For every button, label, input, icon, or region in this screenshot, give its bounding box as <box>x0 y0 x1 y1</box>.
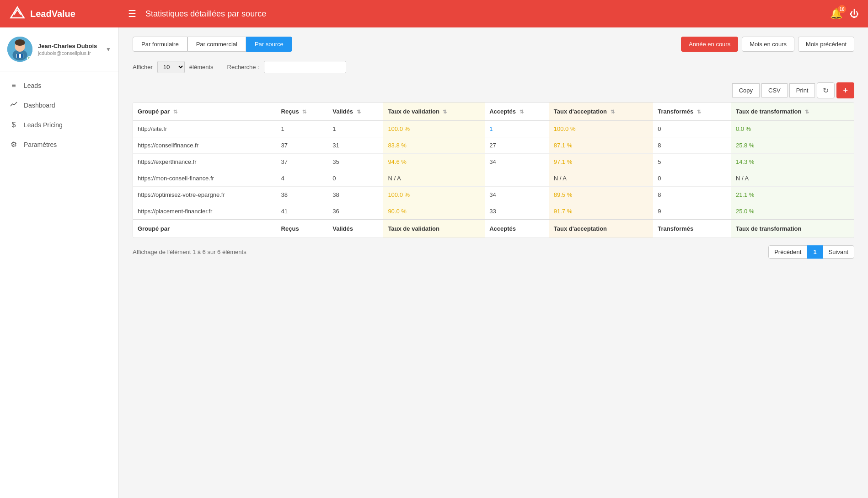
sort-taux-validation[interactable]: ⇅ <box>443 109 447 114</box>
table-row: http://site.fr 1 1 100.0 % 1 100.0 % 0 0… <box>133 121 854 137</box>
footer-taux-validation: Taux de validation <box>383 220 485 238</box>
col-header-taux-validation: Taux de validation ⇅ <box>383 103 485 121</box>
sort-acceptes[interactable]: ⇅ <box>520 109 524 114</box>
cell-taux-acceptance: 97.1 % <box>549 154 654 170</box>
col-header-recus: Reçus ⇅ <box>277 103 328 121</box>
table-header-row: Groupé par ⇅ Reçus ⇅ Validés ⇅ Taux de <box>133 103 854 121</box>
sort-taux-transformation[interactable]: ⇅ <box>805 109 809 114</box>
notification-badge: 10 <box>838 5 846 13</box>
table-row: https://expertfinance.fr 37 35 94.6 % 34… <box>133 154 854 170</box>
cell-transformes: 9 <box>653 203 731 220</box>
next-page-button[interactable]: Suivant <box>823 245 854 259</box>
cell-transformes: 0 <box>653 121 731 137</box>
table-row: https://placement-financier.fr 41 36 90.… <box>133 203 854 220</box>
cell-valides: 31 <box>328 137 383 154</box>
svg-marker-0 <box>11 7 24 18</box>
search-input[interactable] <box>264 61 346 73</box>
cell-taux-transformation: 25.0 % <box>731 203 854 220</box>
cell-taux-acceptance: N / A <box>549 170 654 187</box>
show-row: Afficher 10 25 50 100 éléments Recherche… <box>133 61 854 73</box>
sidebar-item-leads-label: Leads <box>24 82 41 89</box>
refresh-button[interactable]: ↻ <box>817 82 835 98</box>
top-header: LeadValue ☰ Statistiques détaillées par … <box>0 0 868 27</box>
cell-taux-transformation: 25.8 % <box>731 137 854 154</box>
filter-par-commercial[interactable]: Par commercial <box>188 37 246 52</box>
col-header-taux-acceptance: Taux d'acceptation ⇅ <box>549 103 654 121</box>
cell-transformes: 8 <box>653 187 731 203</box>
cell-group: https://optimisez-votre-epargne.fr <box>133 187 277 203</box>
cell-taux-validation: 83.8 % <box>383 137 485 154</box>
cell-group: http://site.fr <box>133 121 277 137</box>
footer-taux-transformation: Taux de transformation <box>731 220 854 238</box>
sort-group[interactable]: ⇅ <box>173 109 177 114</box>
csv-button[interactable]: CSV <box>761 83 788 97</box>
cell-transformes: 5 <box>653 154 731 170</box>
footer-recus: Reçus <box>277 220 328 238</box>
col-header-taux-transformation: Taux de transformation ⇅ <box>731 103 854 121</box>
page-title: Statistiques détaillées par source <box>145 9 830 19</box>
col-header-group: Groupé par ⇅ <box>133 103 277 121</box>
cell-group: https://expertfinance.fr <box>133 154 277 170</box>
user-section: Jean-Charles Dubois jcdubois@conseilplus… <box>0 27 118 71</box>
cell-taux-transformation: 21.1 % <box>731 187 854 203</box>
user-dropdown-arrow[interactable]: ▼ <box>106 46 111 53</box>
sidebar-item-parametres-label: Paramètres <box>24 141 57 148</box>
avatar <box>7 37 32 62</box>
period-annee[interactable]: Année en cours <box>681 37 738 52</box>
cell-taux-transformation: 0.0 % <box>731 121 854 137</box>
logo-icon <box>9 5 26 22</box>
cell-taux-validation: 100.0 % <box>383 121 485 137</box>
period-mois-precedent[interactable]: Mois précédent <box>798 37 854 52</box>
logo-text: LeadValue <box>30 9 75 19</box>
sort-recus[interactable]: ⇅ <box>302 109 306 114</box>
pagination-info: Affichage de l'élément 1 à 6 sur 6 éléme… <box>133 249 246 255</box>
sidebar-item-parametres[interactable]: ⚙ Paramètres <box>0 135 118 154</box>
col-header-acceptes: Acceptés ⇅ <box>485 103 549 121</box>
notification-bell[interactable]: 🔔 10 <box>830 8 842 20</box>
table-body: http://site.fr 1 1 100.0 % 1 100.0 % 0 0… <box>133 121 854 220</box>
cell-recus: 38 <box>277 187 328 203</box>
current-page: 1 <box>807 245 822 259</box>
power-icon[interactable]: ⏻ <box>850 9 859 19</box>
sort-transformes[interactable]: ⇅ <box>697 109 701 114</box>
cell-group: https://mon-conseil-finance.fr <box>133 170 277 187</box>
svg-rect-9 <box>21 54 23 58</box>
filter-bar: Par formulaire Par commercial Par source… <box>133 37 854 52</box>
print-button[interactable]: Print <box>789 83 815 97</box>
add-button[interactable]: + <box>836 82 854 98</box>
cell-recus: 37 <box>277 154 328 170</box>
cell-acceptes: 33 <box>485 203 549 220</box>
data-table-wrapper: Groupé par ⇅ Reçus ⇅ Validés ⇅ Taux de <box>133 102 854 238</box>
svg-rect-8 <box>17 54 19 58</box>
cell-taux-transformation: 14.3 % <box>731 154 854 170</box>
cell-taux-validation: N / A <box>383 170 485 187</box>
sort-taux-acceptance[interactable]: ⇅ <box>611 109 615 114</box>
sort-valides[interactable]: ⇅ <box>357 109 361 114</box>
header-icons: 🔔 10 ⏻ <box>830 8 859 20</box>
list-icon: ≡ <box>9 81 18 90</box>
cell-taux-validation: 100.0 % <box>383 187 485 203</box>
cell-taux-acceptance: 91.7 % <box>549 203 654 220</box>
copy-button[interactable]: Copy <box>732 83 760 97</box>
cell-valides: 0 <box>328 170 383 187</box>
period-mois-cours[interactable]: Mois en cours <box>742 37 794 52</box>
footer-valides: Validés <box>328 220 383 238</box>
sidebar-item-leads[interactable]: ≡ Leads <box>0 76 118 95</box>
cell-acceptes: 34 <box>485 154 549 170</box>
filter-par-formulaire[interactable]: Par formulaire <box>133 37 188 52</box>
cell-group: https://conseilfinance.fr <box>133 137 277 154</box>
online-status-dot <box>27 56 32 61</box>
footer-transformes: Transformés <box>653 220 731 238</box>
sidebar-item-dashboard[interactable]: Dashboard <box>0 95 118 115</box>
cell-recus: 41 <box>277 203 328 220</box>
col-header-transformes: Transformés ⇅ <box>653 103 731 121</box>
show-select[interactable]: 10 25 50 100 <box>157 61 185 73</box>
cell-taux-acceptance: 87.1 % <box>549 137 654 154</box>
prev-page-button[interactable]: Précédent <box>768 245 807 259</box>
cell-taux-acceptance: 100.0 % <box>549 121 654 137</box>
hamburger-menu[interactable]: ☰ <box>128 8 136 19</box>
cell-transformes: 8 <box>653 137 731 154</box>
filter-par-source[interactable]: Par source <box>246 37 292 52</box>
sidebar-item-leads-pricing[interactable]: $ Leads Pricing <box>0 115 118 135</box>
action-bar: Copy CSV Print ↻ + <box>133 82 854 98</box>
